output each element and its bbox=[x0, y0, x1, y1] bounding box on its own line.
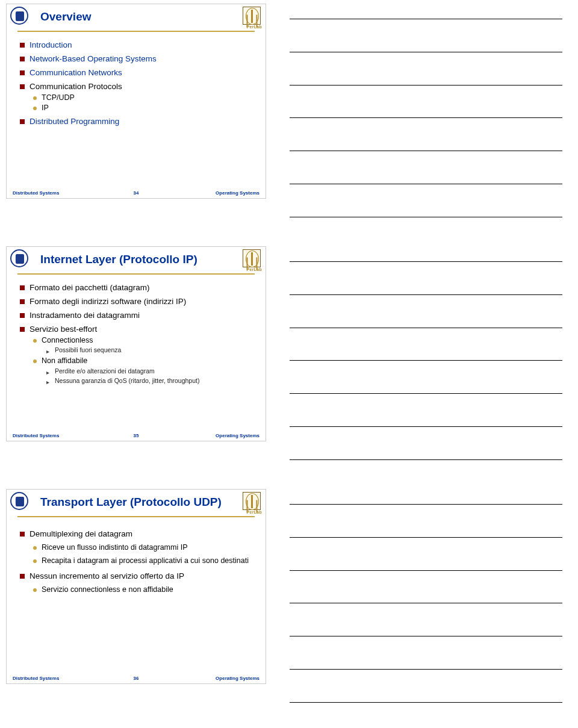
bullet-l1: Distributed Programming bbox=[20, 117, 255, 127]
square-bullet-icon bbox=[20, 313, 25, 318]
bullet-l2: Connectionless bbox=[33, 336, 255, 346]
bullet-l1: Formato dei pacchetti (datagram) bbox=[20, 283, 255, 293]
slide-title: Internet Layer (Protocollo IP) bbox=[7, 247, 266, 266]
note-line bbox=[290, 635, 562, 636]
bullet-text: Demultiplexing dei datagram bbox=[30, 529, 132, 540]
slide-title: Overview bbox=[7, 4, 266, 23]
title-underline bbox=[17, 516, 255, 518]
bullet-text: Introduction bbox=[30, 40, 72, 51]
bullet-l1: Servizio best-effort bbox=[20, 325, 255, 335]
note-line bbox=[290, 459, 562, 460]
square-bullet-icon bbox=[20, 84, 25, 89]
footer-page: 34 bbox=[7, 190, 266, 196]
bullet-text: IP bbox=[42, 104, 49, 113]
notes-column bbox=[274, 243, 578, 485]
dot-bullet-icon bbox=[33, 107, 37, 110]
note-line bbox=[290, 216, 562, 217]
bullet-l1: Nessun incremento al servizio offerto da… bbox=[20, 571, 255, 582]
slide-footer: Distributed Systems 35 Operating Systems bbox=[7, 433, 266, 438]
bullet-text: Formato dei pacchetti (datagram) bbox=[30, 283, 150, 293]
square-bullet-icon bbox=[20, 70, 25, 75]
dot-bullet-icon bbox=[33, 339, 37, 343]
bullet-l1: Introduction bbox=[20, 40, 255, 51]
bullet-l1: Demultiplexing dei datagram bbox=[20, 529, 255, 540]
bullet-text: Nessuna garanzia di QoS (ritardo, jitter… bbox=[55, 377, 199, 385]
square-bullet-icon bbox=[20, 327, 25, 332]
bullet-l1: Communication Protocols bbox=[20, 82, 255, 92]
note-line bbox=[290, 602, 562, 603]
bullet-l2: TCP/UDP bbox=[33, 93, 255, 103]
dot-bullet-icon bbox=[33, 96, 37, 100]
bullet-text: Servizio connectionless e non affidabile bbox=[42, 585, 173, 595]
slide-body: Introduction Network-Based Operating Sys… bbox=[7, 32, 266, 127]
arrow-bullet-icon: ▸ bbox=[46, 378, 51, 386]
square-bullet-icon bbox=[20, 574, 25, 579]
bullet-l2: Riceve un flusso indistinto di datagramm… bbox=[33, 543, 255, 553]
bullet-text: Connectionless bbox=[42, 336, 93, 346]
note-line bbox=[290, 150, 562, 151]
title-underline bbox=[17, 31, 255, 33]
perlab-icon bbox=[243, 492, 262, 511]
slide-header: Transport Layer (Protocollo UDP) PerLab bbox=[7, 490, 266, 517]
note-line bbox=[290, 426, 562, 427]
square-bullet-icon bbox=[20, 299, 25, 304]
arrow-bullet-icon: ▸ bbox=[46, 369, 51, 376]
square-bullet-icon bbox=[20, 532, 25, 537]
slide-footer: Distributed Systems 34 Operating Systems bbox=[7, 190, 266, 196]
slide-header: Internet Layer (Protocollo IP) PerLab bbox=[7, 247, 266, 275]
bullet-l3: ▸Possibili fuori sequenza bbox=[46, 346, 255, 355]
bullet-text: Instradamento dei datagrammi bbox=[30, 311, 140, 321]
bullet-l1: Network-Based Operating Systems bbox=[20, 54, 255, 64]
note-line bbox=[290, 294, 562, 295]
university-seal-icon bbox=[10, 492, 30, 511]
note-line bbox=[290, 570, 562, 571]
bullet-l2: Recapita i datagram ai processi applicat… bbox=[33, 556, 255, 566]
bullet-l3: ▸Perdite e/o alterazioni dei datagram bbox=[46, 367, 255, 376]
slide-column: Transport Layer (Protocollo UDP) PerLab … bbox=[0, 485, 274, 728]
perlab-icon bbox=[243, 7, 262, 26]
note-line bbox=[290, 393, 562, 394]
bullet-l2: IP bbox=[33, 104, 255, 113]
arrow-bullet-icon: ▸ bbox=[46, 347, 51, 355]
perlab-label: PerLab bbox=[246, 25, 262, 29]
handout-row: Overview PerLab Introduction Network-Bas… bbox=[0, 0, 578, 243]
title-underline bbox=[17, 273, 255, 275]
notes-lines bbox=[290, 250, 562, 478]
note-line bbox=[290, 327, 562, 328]
slide-column: Overview PerLab Introduction Network-Bas… bbox=[0, 0, 274, 243]
perlab-label: PerLab bbox=[246, 510, 262, 514]
square-bullet-icon bbox=[20, 57, 25, 61]
bullet-text: Formato degli indirizzi software (indiri… bbox=[30, 297, 186, 307]
slide: Internet Layer (Protocollo IP) PerLab Fo… bbox=[6, 246, 266, 441]
slide: Transport Layer (Protocollo UDP) PerLab … bbox=[6, 489, 266, 684]
bullet-text: Distributed Programming bbox=[30, 117, 119, 127]
slide-body: Formato dei pacchetti (datagram) Formato… bbox=[7, 275, 266, 386]
bullet-l1: Communication Networks bbox=[20, 68, 255, 78]
bullet-l2: Non affidabile bbox=[33, 356, 255, 366]
bullet-l1: Instradamento dei datagrammi bbox=[20, 311, 255, 321]
note-line bbox=[290, 261, 562, 262]
perlab-icon bbox=[243, 249, 262, 269]
slide: Overview PerLab Introduction Network-Bas… bbox=[6, 4, 266, 199]
note-line bbox=[290, 702, 562, 703]
square-bullet-icon bbox=[20, 43, 25, 48]
bullet-text: Perdite e/o alterazioni dei datagram bbox=[55, 367, 155, 376]
note-line bbox=[290, 51, 562, 52]
bullet-text: Nessun incremento al servizio offerto da… bbox=[30, 571, 184, 582]
dot-bullet-icon bbox=[33, 588, 37, 592]
square-bullet-icon bbox=[20, 119, 25, 124]
note-line bbox=[290, 117, 562, 118]
square-bullet-icon bbox=[20, 285, 25, 290]
bullet-l1: Formato degli indirizzi software (indiri… bbox=[20, 297, 255, 307]
bullet-text: Communication Protocols bbox=[30, 82, 122, 92]
university-seal-icon bbox=[10, 7, 30, 26]
dot-bullet-icon bbox=[33, 359, 37, 363]
bullet-l3: ▸Nessuna garanzia di QoS (ritardo, jitte… bbox=[46, 377, 255, 386]
note-line bbox=[290, 183, 562, 184]
handout-row: Transport Layer (Protocollo UDP) PerLab … bbox=[0, 485, 578, 728]
slide-column: Internet Layer (Protocollo IP) PerLab Fo… bbox=[0, 243, 274, 485]
slide-header: Overview PerLab bbox=[7, 4, 266, 32]
slide-footer: Distributed Systems 36 Operating Systems bbox=[7, 676, 266, 681]
notes-column bbox=[274, 485, 578, 728]
notes-lines bbox=[290, 493, 562, 721]
